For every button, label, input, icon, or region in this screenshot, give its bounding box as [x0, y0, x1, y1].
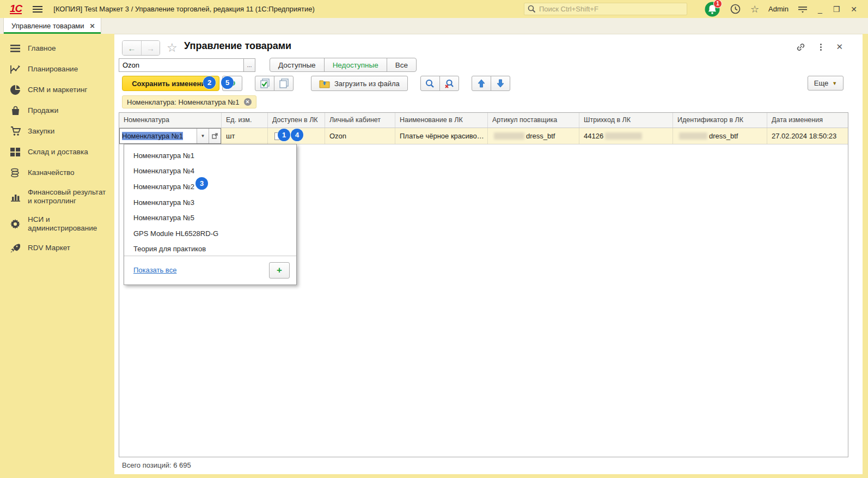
filter-all-button[interactable]: Все [387, 58, 417, 72]
search-options-button[interactable]: ... [244, 58, 255, 72]
notifications-bell-icon[interactable]: 1 [704, 1, 720, 17]
show-all-link[interactable]: Показать все [133, 266, 176, 274]
tab-label: Управление товарами [11, 22, 84, 30]
nomenclature-value[interactable]: Номенклатура №1 [122, 132, 183, 140]
dropdown-item[interactable]: Номенклатура №4 [124, 164, 296, 179]
table-row[interactable]: Номенклатура №1 ▼ шт [119, 128, 848, 144]
maximize-button[interactable]: ❒ [833, 5, 840, 14]
sidebar-item-rdv-market[interactable]: RDV Маркет [0, 238, 114, 258]
tab-bar: Управление товарами ✕ [0, 18, 868, 34]
set-all-flags-button[interactable] [255, 76, 274, 91]
title-bar: 1С [КОПИЯ] Test Маркет 3 / Управление то… [0, 0, 868, 18]
favorite-page-star-icon[interactable]: ☆ [167, 41, 178, 55]
col-unit[interactable]: Ед. изм. [222, 113, 268, 128]
sidebar-item-purchases[interactable]: Закупки [0, 121, 114, 142]
sidebar-item-crm[interactable]: CRM и маркетинг [0, 80, 114, 100]
dropdown-item[interactable]: Номенклатура №2 [124, 179, 296, 195]
sidebar-item-treasury[interactable]: Казначейство [0, 162, 114, 183]
page-title: Управление товарами [184, 40, 291, 52]
open-item-button[interactable] [209, 129, 221, 143]
clear-all-flags-button[interactable] [274, 76, 294, 91]
app-window: 1С [КОПИЯ] Test Маркет 3 / Управление то… [0, 0, 868, 478]
more-actions-label: Еще [814, 79, 828, 87]
planning-chart-icon [10, 64, 21, 75]
tab-close-icon[interactable]: ✕ [90, 22, 95, 30]
get-link-icon[interactable] [796, 43, 806, 52]
identifier-text: dress_btf [709, 132, 738, 140]
annotation-badge-1: 1 [278, 129, 290, 141]
col-article[interactable]: Артикул поставщика [488, 113, 579, 128]
more-actions-button[interactable]: Еще ▼ [808, 76, 843, 90]
favorites-star-icon[interactable]: ☆ [750, 3, 759, 15]
cabinet-cell: Ozon [325, 128, 395, 144]
notification-count-badge: 1 [713, 0, 722, 8]
minimize-button[interactable]: _ [818, 5, 822, 14]
1c-logo-icon: 1С [10, 4, 22, 14]
sidebar-item-warehouse[interactable]: Склад и доставка [0, 142, 114, 162]
shopping-cart-icon [10, 126, 21, 137]
col-barcode[interactable]: Штрихкод в ЛК [579, 113, 673, 128]
identifier-cell: dress_btf [673, 128, 767, 144]
sidebar-item-main[interactable]: Главное [0, 38, 114, 59]
search-input[interactable] [119, 58, 244, 72]
annotation-badge-3: 3 [195, 177, 208, 190]
col-lk-name[interactable]: Наименование в ЛК [395, 113, 488, 128]
dropdown-item[interactable]: Номенклатура №1 [124, 148, 296, 164]
annotation-badge-2: 2 [203, 76, 216, 89]
global-search-box[interactable] [524, 3, 687, 15]
sidebar-item-planning[interactable]: Планирование [0, 59, 114, 80]
col-modified[interactable]: Дата изменения [767, 113, 848, 128]
move-up-button[interactable] [472, 76, 491, 91]
history-icon[interactable] [730, 4, 741, 14]
dropdown-item[interactable]: Номенклатура №5 [124, 210, 296, 226]
article-cell: dress_btf [488, 128, 579, 144]
lk-name-cell: Платье чёрное красиво… [395, 128, 488, 144]
flag-buttons-group [255, 76, 294, 91]
more-menu-icon[interactable] [820, 44, 822, 51]
dropdown-item[interactable]: Теория для практиков [124, 241, 296, 257]
filter-available-button[interactable]: Доступные [270, 58, 325, 72]
find-icon-button[interactable] [420, 76, 440, 91]
arrow-down-icon [497, 79, 504, 88]
load-from-file-label: Загрузить из файла [334, 80, 400, 88]
move-buttons-group [472, 76, 510, 91]
pages-check-icon [260, 78, 270, 88]
sidebar-item-admin[interactable]: НСИ и администрирование [0, 210, 114, 238]
magnifier-icon [425, 79, 435, 88]
close-window-button[interactable]: ✕ [851, 5, 857, 14]
bar-chart-icon [10, 191, 21, 202]
add-new-item-button[interactable]: + [269, 262, 290, 279]
sidebar-item-sales[interactable]: Продажи [0, 100, 114, 121]
back-arrow-button[interactable]: ← [123, 41, 141, 55]
user-name[interactable]: Admin [768, 5, 788, 13]
col-available[interactable]: Доступен в ЛК [268, 113, 325, 128]
table-header-row: Номенклатура Ед. изм. Доступен в ЛК Личн… [119, 113, 848, 128]
dropdown-item[interactable]: Номенклатура №3 [124, 195, 296, 210]
cancel-search-button[interactable] [439, 76, 459, 91]
move-down-button[interactable] [491, 76, 510, 91]
tab-goods-management[interactable]: Управление товарами ✕ [3, 18, 101, 34]
main-menu-icon[interactable] [33, 6, 42, 13]
global-search-input[interactable] [539, 5, 683, 13]
close-form-icon[interactable]: ✕ [836, 42, 843, 52]
dropdown-item[interactable]: GPS Module HL6528RD-G [124, 226, 296, 241]
window-title: [КОПИЯ] Test Маркет 3 / Управление торго… [53, 5, 315, 13]
col-nomenclature[interactable]: Номенклатура [119, 113, 222, 128]
remove-filter-icon[interactable]: ✕ [244, 98, 252, 106]
col-identifier[interactable]: Идентификатор в ЛК [673, 113, 767, 128]
folder-upload-icon [319, 79, 330, 88]
arrow-up-icon [478, 79, 485, 88]
sidebar-item-finance[interactable]: Финансовый результат и контроллинг [0, 183, 114, 210]
forward-arrow-button[interactable]: → [141, 41, 160, 55]
dropdown-arrow-button[interactable]: ▼ [197, 129, 209, 143]
filter-unavailable-button[interactable]: Недоступные [324, 58, 387, 72]
toolbar-row: Сохранить изменения ↻ [122, 76, 510, 91]
col-cabinet[interactable]: Личный кабинет [325, 113, 395, 128]
search-buttons-group [421, 76, 459, 91]
shopping-bag-icon [10, 105, 21, 116]
load-from-file-button[interactable]: Загрузить из файла [311, 76, 408, 91]
service-menu-icon[interactable] [798, 5, 808, 13]
gear-icon [10, 219, 21, 229]
redacted-blur [679, 132, 707, 140]
filter-row: ... Доступные Недоступные Все [119, 58, 417, 72]
